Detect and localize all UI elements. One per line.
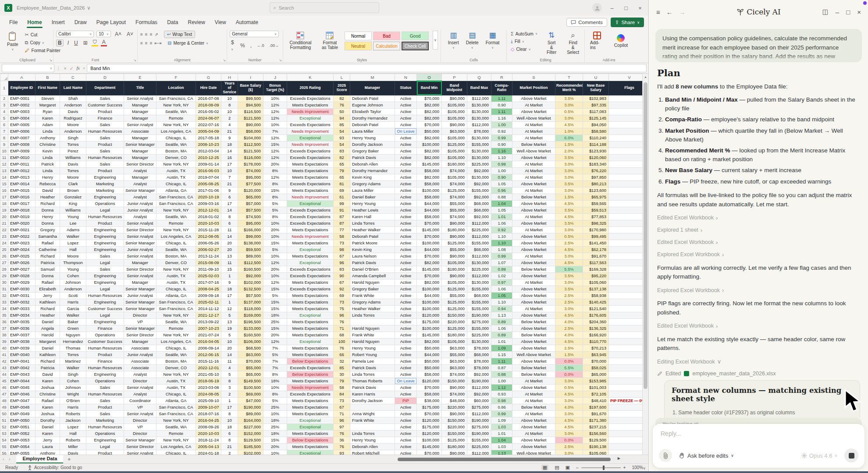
grid-cell[interactable]: EMP-0048 xyxy=(8,404,36,410)
grid-cell[interactable]: Senior Manager xyxy=(124,141,157,148)
column-header-L[interactable]: L xyxy=(334,74,350,81)
grid-cell[interactable]: $55,000 xyxy=(442,246,467,253)
grid-cell[interactable]: At Market xyxy=(512,134,555,141)
grid-cell[interactable]: Senior Analyst xyxy=(124,272,157,279)
grid-cell[interactable]: 1.5% xyxy=(555,194,583,200)
grid-cell[interactable]: $130,000 xyxy=(467,174,491,180)
grid-cell[interactable]: On Leave xyxy=(395,128,417,134)
grid-cell[interactable]: $120,000 xyxy=(417,312,442,318)
grid-cell[interactable]: 0.5% xyxy=(555,233,583,240)
grid-cell[interactable]: 68 xyxy=(334,332,350,338)
grid-cell[interactable]: Exceeds Expectations xyxy=(287,220,334,226)
grid-cell[interactable]: 76 xyxy=(334,443,350,450)
grid-cell[interactable]: $38,000 xyxy=(417,397,442,404)
grid-cell[interactable]: New York, NY xyxy=(157,266,196,272)
grid-cell[interactable]: EMP-0043 xyxy=(8,371,36,378)
grid-cell[interactable]: Active xyxy=(395,266,417,272)
grid-cell[interactable]: Torres xyxy=(60,167,86,174)
grid-cell[interactable]: $125,000 xyxy=(442,286,467,292)
grid-cell[interactable]: EMP-0016 xyxy=(8,194,36,200)
grid-cell[interactable]: Active xyxy=(395,404,417,410)
grid-cell[interactable]: 3.0% xyxy=(555,397,583,404)
row-number[interactable]: 1 xyxy=(0,81,8,95)
grid-cell[interactable]: 3.0% xyxy=(555,174,583,180)
grid-cell[interactable]: Active xyxy=(395,371,417,378)
grid-cell[interactable]: Above Market xyxy=(512,240,555,246)
grid-cell[interactable]: Walker xyxy=(60,364,86,371)
row-number[interactable]: 20 xyxy=(0,213,8,220)
grid-cell[interactable]: 82 xyxy=(334,95,350,102)
grid-cell[interactable]: 96 xyxy=(334,259,350,266)
grid-cell[interactable]: 2013-11-24 xyxy=(196,253,221,259)
grid-cell[interactable]: Senior Analyst xyxy=(124,121,157,128)
grid-cell[interactable]: 1.05 xyxy=(491,207,512,213)
grid-cell[interactable]: EMP-0022 xyxy=(8,233,36,240)
grid-cell[interactable]: Hall xyxy=(60,246,86,253)
grid-cell[interactable]: Needs Improvement xyxy=(287,141,334,148)
grid-cell[interactable]: 98 xyxy=(334,246,350,253)
grid-cell[interactable]: 25% xyxy=(263,318,287,325)
grid-cell[interactable]: At Market xyxy=(512,187,555,194)
grid-cell[interactable]: $132,500 xyxy=(238,286,263,292)
grid-cell[interactable]: Deborah Allen xyxy=(350,443,395,450)
grid-cell[interactable]: $125,000 xyxy=(442,141,467,148)
grid-cell[interactable]: Adams xyxy=(60,226,86,233)
grid-cell[interactable]: $70,000 xyxy=(417,253,442,259)
grid-cell[interactable]: Rodriguez xyxy=(60,115,86,121)
grid-cell[interactable]: 71 xyxy=(334,410,350,417)
grid-cell[interactable]: Analyst xyxy=(124,194,157,200)
grid-cell[interactable]: Frank White xyxy=(350,417,395,424)
grid-cell[interactable]: 73 xyxy=(334,397,350,404)
grid-cell[interactable]: Manager xyxy=(124,102,157,108)
grid-cell[interactable]: $140,425 xyxy=(583,299,609,305)
grid-cell[interactable]: Harold xyxy=(36,332,60,338)
grid-cell[interactable]: 2009-03-16 xyxy=(196,200,221,207)
grid-cell[interactable]: Active xyxy=(395,161,417,167)
grid-cell[interactable]: At Market xyxy=(512,102,555,108)
grid-cell[interactable]: Active xyxy=(395,391,417,397)
grid-cell[interactable]: $70,000 xyxy=(417,384,442,391)
grid-cell[interactable]: 11 xyxy=(221,226,238,233)
grid-cell[interactable]: Christine xyxy=(36,391,60,397)
grid-cell[interactable]: Singh xyxy=(60,371,86,378)
grid-cell[interactable]: 15 xyxy=(221,266,238,272)
grid-cell[interactable]: Below Market xyxy=(512,404,555,410)
row-number[interactable]: 25 xyxy=(0,246,8,253)
grid-cell[interactable]: 8% xyxy=(263,371,287,378)
delete-cells-button[interactable]: ▤Delete∨ xyxy=(463,31,481,50)
grid-cell[interactable]: 5% xyxy=(263,207,287,213)
grid-cell[interactable]: Seattle, WA xyxy=(157,424,196,430)
grid-cell[interactable]: 2019-07-04 xyxy=(196,174,221,180)
grid-cell[interactable]: Senior Analyst xyxy=(124,220,157,226)
grid-cell[interactable]: 4.5% xyxy=(555,246,583,253)
grid-cell[interactable]: Active xyxy=(395,351,417,358)
row-number[interactable]: 35 xyxy=(0,312,8,318)
grid-cell[interactable]: $82,000 xyxy=(417,259,442,266)
grid-cell[interactable]: Marketing xyxy=(86,180,124,187)
grid-cell[interactable]: Active xyxy=(395,364,417,371)
grid-cell[interactable]: $90,000 xyxy=(442,384,467,391)
scroll-right-icon[interactable]: ▶ xyxy=(618,456,620,460)
grid-cell[interactable]: $74,000 xyxy=(442,167,467,174)
dialog-launcher-icon[interactable]: ↘ xyxy=(223,58,226,62)
grid-cell[interactable]: $92,000 xyxy=(238,272,263,279)
grid-cell[interactable]: Perez xyxy=(60,148,86,154)
grid-cell[interactable]: Davis xyxy=(60,450,86,455)
grid-cell[interactable]: Gregory Adams xyxy=(350,299,395,305)
grid-cell[interactable]: 14 xyxy=(221,148,238,154)
grid-cell[interactable]: EMP-0052 xyxy=(8,430,36,437)
grid-cell[interactable]: Human Resources xyxy=(86,424,124,430)
grid-cell[interactable]: Walker xyxy=(60,312,86,318)
column-header-I[interactable]: I xyxy=(238,74,263,81)
grid-cell[interactable]: Director xyxy=(124,417,157,424)
grid-cell[interactable]: $77,500 xyxy=(238,180,263,187)
insert-function-icon[interactable]: fx xyxy=(76,66,80,71)
grid-cell[interactable]: 8% xyxy=(263,167,287,174)
grid-cell[interactable]: 2024-01-18 xyxy=(196,450,221,455)
grid-cell[interactable]: $90,000 xyxy=(442,253,467,259)
style-calculation[interactable]: Calculation xyxy=(373,42,400,50)
grid-cell[interactable]: Harold Nguyen xyxy=(350,338,395,345)
grid-cell[interactable]: 0.89 xyxy=(491,266,512,272)
grid-cell[interactable]: Christine xyxy=(36,141,60,148)
grid-cell[interactable]: $121,500 xyxy=(238,115,263,121)
